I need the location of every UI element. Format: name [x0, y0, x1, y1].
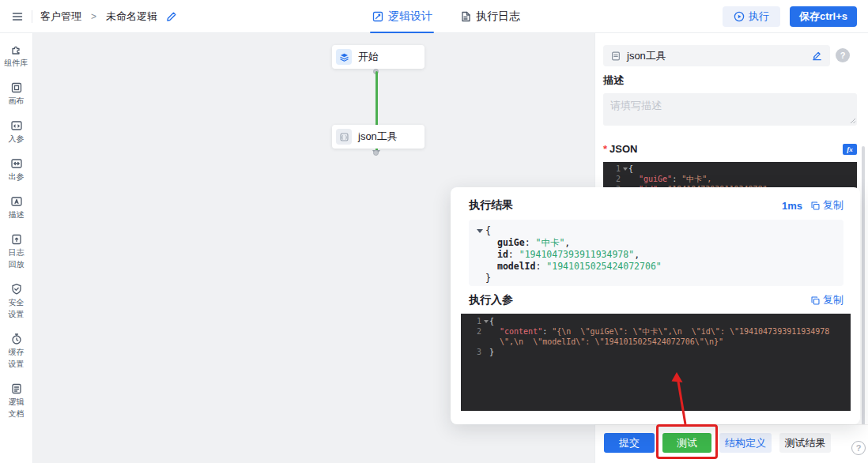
tree-comma: , — [564, 237, 570, 248]
menu-icon[interactable] — [11, 10, 24, 23]
sidebar-label: 文档 — [9, 409, 25, 419]
active-tab-underline — [370, 32, 434, 33]
code-text: { — [489, 316, 494, 326]
required-mark: * — [603, 143, 607, 155]
code-key: "content" — [500, 327, 542, 336]
sidebar-item-component-library[interactable]: 组件库 — [5, 43, 28, 68]
sidebar-label: 设置 — [9, 359, 25, 369]
tree-sep: : — [508, 249, 519, 260]
code-sep: : — [542, 327, 552, 336]
description-label: 描述 — [603, 73, 624, 88]
result-json-tree: { guiGe: "中卡", id: "1941047393911934978"… — [469, 220, 843, 286]
sidebar-label: 画布 — [9, 96, 25, 106]
description-icon — [10, 195, 23, 208]
rename-icon[interactable] — [811, 50, 823, 62]
panel-scrollbar[interactable] — [862, 146, 865, 440]
tree-value: "1941047393911934978" — [519, 249, 634, 260]
node-label: json工具 — [358, 130, 398, 144]
save-button[interactable]: 保存ctrl+s — [790, 6, 857, 27]
sidebar-label: 安全 — [9, 298, 25, 307]
sidebar-label: 缓存 — [9, 348, 25, 357]
save-label: 保存ctrl+s — [799, 9, 847, 24]
port-dot[interactable] — [373, 150, 379, 156]
run-button[interactable]: 执行 — [723, 6, 780, 27]
collapse-caret-icon[interactable] — [477, 229, 483, 233]
code-sep: : — [672, 175, 681, 183]
braces-icon — [339, 132, 349, 142]
canvas-icon — [10, 81, 23, 94]
timer-icon — [10, 333, 23, 345]
copy-result-button[interactable]: 复制 — [810, 198, 843, 213]
code-value: "中卡", — [681, 175, 711, 183]
shield-check-icon — [10, 283, 23, 295]
brace: } — [485, 273, 491, 284]
help-icon[interactable]: ? — [836, 48, 850, 62]
divider — [32, 10, 32, 23]
tab-label: 执行日志 — [476, 9, 520, 24]
main-tabs: 逻辑设计 执行日志 — [372, 0, 520, 33]
edit-title-icon[interactable] — [165, 10, 178, 23]
sidebar-label: 回放 — [9, 260, 25, 269]
copy-icon — [810, 295, 821, 306]
exec-log-icon — [459, 10, 472, 23]
description-input[interactable] — [603, 93, 857, 126]
tree-comma: , — [634, 249, 640, 260]
sidebar-item-canvas[interactable]: 画布 — [9, 81, 25, 106]
sidebar-item-description[interactable]: 描述 — [9, 195, 25, 220]
sidebar-item-logic-doc[interactable]: 逻辑文档 — [9, 382, 25, 419]
sidebar-item-input-params[interactable]: 入参 — [9, 119, 25, 144]
node-doc-icon — [610, 51, 621, 62]
tab-logic-design[interactable]: 逻辑设计 — [372, 0, 432, 33]
sidebar-item-security-settings[interactable]: 安全设置 — [9, 283, 25, 319]
log-replay-icon — [10, 233, 23, 246]
result-title: 执行结果 — [469, 198, 513, 213]
output-params-icon — [10, 157, 23, 170]
copy-icon — [810, 201, 821, 211]
line-number: 2 — [461, 326, 481, 337]
sidebar-item-output-params[interactable]: 出参 — [9, 157, 25, 182]
sidebar-item-log-replay[interactable]: 日志回放 — [9, 233, 25, 269]
tab-exec-log[interactable]: 执行日志 — [459, 0, 520, 33]
node-label: 开始 — [358, 50, 379, 64]
fx-expression-button[interactable]: fx — [843, 144, 857, 155]
brace: { — [485, 225, 491, 236]
input-params-editor[interactable]: 1{ 2"content": "{\n \"guiGe\": \"中卡\",\n… — [461, 314, 851, 411]
document-icon — [10, 382, 23, 395]
sidebar-label: 日志 — [9, 248, 25, 258]
json-label: JSON — [609, 143, 637, 155]
sidebar-item-cache-settings[interactable]: 缓存设置 — [9, 333, 25, 369]
test-result-button[interactable]: 测试结果 — [779, 433, 831, 453]
structure-define-button[interactable]: 结构定义 — [719, 433, 772, 453]
tab-label: 逻辑设计 — [388, 9, 432, 24]
breadcrumb-parent[interactable]: 客户管理 — [40, 9, 81, 24]
code-key: "guiGe" — [639, 175, 672, 183]
sidebar-label: 出参 — [9, 172, 25, 182]
submit-button[interactable]: 提交 — [604, 433, 655, 453]
sidebar-label: 组件库 — [5, 58, 28, 68]
tree-sep: : — [535, 261, 546, 272]
sidebar-label: 描述 — [9, 210, 25, 220]
duration-badge: 1ms — [782, 200, 802, 212]
line-number: 3 — [461, 347, 481, 357]
help-icon-bottom[interactable]: ? — [851, 441, 866, 455]
play-icon — [734, 11, 745, 22]
node-title: json工具 — [627, 49, 806, 63]
node-start[interactable]: 开始 — [332, 45, 425, 69]
tree-value: "1941015025424072706" — [546, 261, 661, 272]
left-sidebar: 组件库 画布 入参 出参 描述 日志回放 安全设置 缓存设置 — [0, 33, 33, 463]
layers-icon — [339, 52, 349, 62]
breadcrumb-separator: > — [91, 11, 96, 22]
tree-value: "中卡" — [535, 237, 564, 248]
puzzle-icon — [10, 43, 23, 56]
node-json-tool[interactable]: json工具 — [332, 125, 425, 149]
test-button[interactable]: 测试 — [662, 433, 711, 453]
input-params-icon — [10, 119, 23, 132]
copy-label: 复制 — [823, 198, 843, 213]
breadcrumb-current: 未命名逻辑 — [106, 9, 157, 24]
tree-key: guiGe — [497, 237, 525, 248]
copy-input-button[interactable]: 复制 — [810, 293, 843, 307]
sidebar-label: 设置 — [9, 310, 25, 319]
code-text: { — [628, 164, 633, 174]
sidebar-label: 入参 — [9, 134, 25, 144]
resize-grip-icon[interactable] — [850, 118, 856, 124]
